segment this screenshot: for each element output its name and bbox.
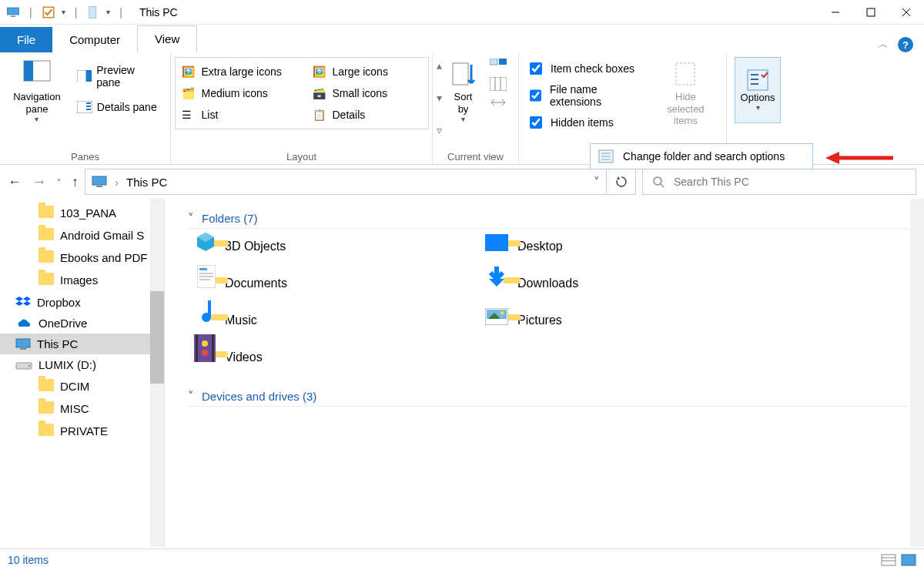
tree-item[interactable]: Ebooks and PDF [0,246,164,269]
status-thumbnails-view-icon[interactable] [901,554,916,566]
tree-item[interactable]: MISC [0,397,164,420]
folder-icon [38,424,54,438]
breadcrumb-chevron-icon[interactable]: › [115,176,119,189]
layout-extra-large[interactable]: 🖼️Extra large icons [179,61,310,82]
minimize-button[interactable] [818,0,853,25]
tab-computer[interactable]: Computer [52,27,137,52]
options-icon [746,69,769,92]
collapse-ribbon-icon[interactable]: ︿ [878,38,889,52]
tree-scrollbar-thumb[interactable] [150,291,164,384]
size-columns-icon[interactable] [490,96,507,109]
status-details-view-icon[interactable] [881,554,896,566]
svg-marker-36 [23,297,31,301]
tab-file[interactable]: File [0,27,52,52]
svg-rect-19 [490,77,507,91]
options-button[interactable]: Options ▾ [735,57,781,123]
close-button[interactable] [889,0,924,25]
folder-item[interactable]: Documents [188,277,480,290]
svg-point-42 [28,364,30,366]
layout-scroll-up-icon[interactable]: ▴ [437,59,442,72]
folder-item[interactable]: 3D Objects [188,240,480,253]
search-placeholder: Search This PC [674,176,749,188]
address-bar[interactable]: › This PC ˅ [85,169,607,195]
folder-item[interactable]: Downloads [480,277,773,290]
svg-rect-9 [24,61,33,81]
ribbon-tabs: File Computer View ︿ ? [0,25,924,52]
layout-medium[interactable]: 🗂️Medium icons [179,82,310,104]
dropbox-icon [15,295,31,309]
content-scrollbar[interactable] [910,199,924,547]
folder-item[interactable]: Pictures [480,314,773,327]
preview-pane-button[interactable]: Preview pane [74,62,162,91]
options-menu-change-folder-search[interactable]: Change folder and search options [590,143,813,169]
svg-rect-3 [89,6,96,18]
details-pane-button[interactable]: Details pane [74,99,162,116]
tree-item-label: MISC [60,402,89,415]
navigation-tree[interactable]: 103_PANAAndroid Gmail SEbooks and PDFIma… [0,199,165,547]
chevron-down-icon[interactable]: ˅ [188,389,194,403]
breadcrumb-thispc[interactable]: This PC [126,176,167,189]
folder-label: Downloads [517,277,578,290]
help-icon[interactable]: ? [898,37,913,52]
qat-checkbox-icon[interactable] [42,5,55,19]
hide-selected-icon [671,60,699,88]
tree-item[interactable]: LUMIX (D:) [0,354,164,375]
options-dropdown-icon[interactable]: ▾ [756,103,760,112]
status-bar: 10 items [0,548,924,570]
tree-item[interactable]: Dropbox [0,291,164,313]
svg-marker-37 [15,301,23,306]
tree-item[interactable]: Images [0,269,164,291]
chevron-down-icon[interactable]: ˅ [188,211,194,225]
nav-forward-button[interactable]: → [32,174,46,190]
qat-file-dropdown-icon[interactable]: ▾ [106,8,110,16]
section-folders-header[interactable]: ˅ Folders (7) [188,211,909,229]
nav-history-dropdown[interactable]: ˅ [57,178,61,186]
navigation-pane-button[interactable]: Navigation pane▾ [8,57,66,127]
layout-large[interactable]: 🖼️Large icons [310,61,425,82]
section-devices-header[interactable]: ˅ Devices and drives (3) [188,389,909,407]
add-columns-icon[interactable] [490,77,507,91]
hide-selected-items-button[interactable]: Hide selected items [653,57,718,130]
layout-list[interactable]: ☰List [179,104,310,126]
tree-item-label: DCIM [60,380,89,393]
layout-small[interactable]: 🗃️Small icons [310,82,425,104]
tab-view[interactable]: View [137,25,197,52]
layout-expand-icon[interactable]: ▿ [437,124,442,136]
qat-dropdown-icon[interactable]: ▾ [62,8,65,16]
search-box[interactable]: Search This PC [642,169,916,195]
tree-item[interactable]: OneDrive [0,313,164,334]
tree-item[interactable]: 103_PANA [0,202,164,224]
details-icon: 📋 [313,109,328,121]
nav-back-button[interactable]: ← [8,174,22,190]
tree-item[interactable]: DCIM [0,375,164,397]
svg-rect-18 [499,59,507,65]
svg-rect-49 [199,276,213,277]
group-by-icon[interactable] [490,59,507,72]
nav-up-button[interactable]: ↑ [72,174,79,190]
tree-item[interactable]: This PC [0,334,164,354]
layout-scroll-down-icon[interactable]: ▾ [437,92,442,104]
medium-icons-icon: 🗂️ [182,87,197,99]
content-pane: ˅ Folders (7) 3D ObjectsDesktopDocuments… [165,199,924,547]
qat-file-icon[interactable] [86,5,100,19]
checkbox-file-name-extensions[interactable]: File name extensions [527,80,645,111]
svg-rect-57 [196,334,198,362]
address-dropdown-icon[interactable]: ˅ [594,175,600,189]
folder-item[interactable]: Music [188,314,480,327]
sort-by-button[interactable]: Sort by▾ [445,57,482,127]
maximize-button[interactable] [853,0,889,25]
svg-marker-29 [825,152,839,164]
details-pane-icon [77,101,92,113]
refresh-button[interactable] [607,169,636,195]
svg-rect-40 [20,348,26,350]
svg-marker-32 [617,176,620,179]
group-label-currentview: Current view [440,148,511,163]
tree-item[interactable]: Android Gmail S [0,224,164,246]
layout-details[interactable]: 📋Details [310,104,425,126]
folder-item[interactable]: Desktop [480,240,773,253]
tree-item[interactable]: PRIVATE [0,420,164,442]
folder-item[interactable]: Videos [188,350,480,364]
layout-selector[interactable]: 🖼️Extra large icons 🖼️Large icons 🗂️Medi… [175,57,429,129]
checkbox-hidden-items[interactable]: Hidden items [527,111,645,134]
checkbox-item-check-boxes[interactable]: Item check boxes [527,57,645,80]
